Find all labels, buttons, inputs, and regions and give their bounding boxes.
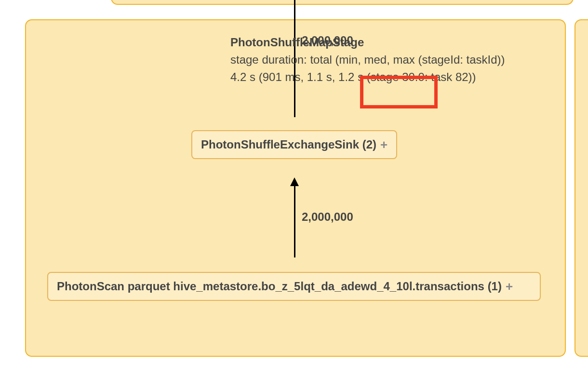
plus-icon[interactable]: + <box>380 138 388 151</box>
node-shuffle-sink-label: PhotonShuffleExchangeSink (2) <box>201 138 376 151</box>
highlight-box <box>360 76 438 108</box>
node-scan-label: PhotonScan parquet hive_metastore.bo_z_5… <box>57 280 502 293</box>
edge-count-mid: 2,000,000 <box>302 210 353 224</box>
arrow-mid <box>294 185 295 257</box>
node-scan[interactable]: PhotonScan parquet hive_metastore.bo_z_5… <box>47 272 541 301</box>
node-shuffle-sink[interactable]: PhotonShuffleExchangeSink (2) + <box>191 130 397 159</box>
stage-info-line1: stage duration: total (min, med, max (st… <box>230 51 505 68</box>
stage-card-side <box>575 19 588 357</box>
stage-info-title: PhotonShuffleMapStage <box>230 34 505 51</box>
stage-card-top <box>111 0 574 5</box>
plus-icon[interactable]: + <box>506 280 513 293</box>
